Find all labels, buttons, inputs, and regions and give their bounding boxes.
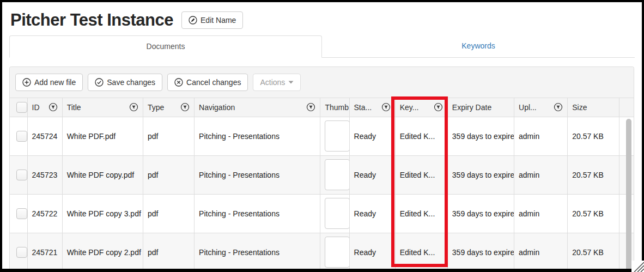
cell-id: 245722 [27, 194, 62, 233]
filter-icon[interactable] [554, 102, 563, 112]
cell-navigation: Pitching - Presentations [195, 194, 320, 233]
header-navigation-label: Navigation [199, 103, 235, 112]
cell-uploader: admin [514, 155, 568, 194]
cell-title: White PDF.pdf [62, 117, 143, 155]
cell-expiry: 359 days to expire [447, 233, 514, 269]
cell-id: 245721 [27, 233, 62, 269]
cell-size: 20.57 KB [568, 194, 619, 233]
header-keywords-label: Key... [400, 103, 419, 112]
row-checkbox[interactable] [16, 170, 27, 180]
header-id: ID [27, 98, 62, 117]
header-thumb-label: Thumb [325, 103, 349, 112]
select-all-checkbox[interactable] [16, 102, 27, 113]
pdf-thumbnail [325, 120, 349, 152]
actions-label: Actions [260, 78, 285, 87]
cell-title: White PDF copy.pdf [62, 155, 143, 194]
cell-expiry: 359 days to expire [447, 117, 514, 155]
header-title-label: Title [67, 103, 81, 112]
pdf-thumbnail [325, 198, 349, 229]
cell-status: Ready [349, 155, 395, 194]
cell-expiry: 359 days to expire [447, 155, 514, 194]
cell-type: pdf [143, 194, 194, 233]
edit-name-label: Edit Name [201, 16, 236, 25]
cell-select [10, 155, 27, 194]
row-checkbox[interactable] [16, 131, 27, 142]
filter-icon[interactable] [48, 102, 58, 112]
header-size: Size [568, 98, 619, 117]
app-canvas: Pitcher Test Instance Edit Name Document… [2, 2, 642, 269]
cell-thumb [320, 194, 349, 233]
cell-status: Ready [349, 117, 395, 155]
save-changes-label: Save changes [107, 78, 155, 87]
filter-icon[interactable] [180, 102, 190, 112]
x-circle-icon [174, 78, 183, 87]
header-thumb: Thumb [320, 98, 349, 117]
header-id-label: ID [32, 103, 40, 112]
table-row: 245721 White PDF copy 2.pdf pdf Pitching… [10, 233, 634, 269]
actions-dropdown-button[interactable]: Actions [253, 74, 301, 91]
header-title: Title [62, 98, 143, 117]
cell-uploader: admin [514, 194, 568, 233]
cell-uploader: admin [514, 117, 568, 155]
check-circle-icon [95, 78, 104, 87]
cell-size: 20.57 KB [568, 233, 619, 269]
cell-navigation: Pitching - Presentations [195, 233, 320, 269]
cell-thumb [320, 233, 349, 269]
cell-type: pdf [143, 233, 194, 269]
cell-keywords: Edited K... [395, 233, 447, 269]
header-row: ID Title Type [10, 98, 634, 117]
pdf-thumbnail [325, 159, 349, 190]
header-status: Sta... [349, 98, 395, 117]
documents-panel: Add new file Save changes [9, 67, 634, 269]
cell-uploader: admin [514, 233, 568, 269]
cell-status: Ready [349, 194, 395, 233]
header-expiry-date: Expiry Date [447, 98, 514, 117]
row-checkbox[interactable] [16, 247, 27, 258]
add-new-file-label: Add new file [34, 78, 76, 87]
cell-select [10, 233, 27, 269]
tab-documents[interactable]: Documents [9, 35, 322, 58]
add-new-file-button[interactable]: Add new file [15, 74, 83, 91]
vertical-scrollbar[interactable] [626, 119, 631, 269]
tab-keywords[interactable]: Keywords [322, 35, 635, 57]
tab-keywords-label: Keywords [461, 41, 495, 50]
cell-id: 245724 [27, 117, 62, 155]
page-title: Pitcher Test Instance [10, 10, 173, 30]
filter-icon[interactable] [381, 102, 391, 112]
save-changes-button[interactable]: Save changes [88, 74, 162, 91]
resize-grip-icon[interactable] [631, 261, 644, 272]
pencil-circle-icon [189, 16, 197, 25]
row-checkbox[interactable] [16, 208, 27, 219]
header-expiry-date-label: Expiry Date [452, 103, 491, 112]
filter-icon[interactable] [306, 102, 315, 112]
tab-documents-label: Documents [147, 42, 185, 51]
table-row: 245723 White PDF copy.pdf pdf Pitching -… [10, 155, 634, 194]
cell-navigation: Pitching - Presentations [195, 117, 320, 155]
cell-size: 20.57 KB [568, 117, 619, 155]
header-status-label: Sta... [354, 103, 372, 112]
window-frame: Pitcher Test Instance Edit Name Document… [0, 0, 644, 272]
caret-down-icon [288, 81, 294, 84]
header-select-all [10, 98, 27, 117]
cancel-changes-button[interactable]: Cancel changes [167, 74, 248, 91]
cell-status: Ready [349, 233, 395, 269]
header-uploader: Upl... [514, 98, 568, 117]
header-type-label: Type [148, 103, 164, 112]
edit-name-button[interactable]: Edit Name [181, 11, 243, 29]
header-size-label: Size [572, 103, 587, 112]
filter-icon[interactable] [434, 102, 443, 112]
cell-size: 20.57 KB [568, 155, 619, 194]
plus-circle-icon [22, 78, 31, 87]
header-navigation: Navigation [195, 98, 320, 117]
filter-icon[interactable] [129, 102, 138, 112]
pdf-thumbnail [325, 237, 349, 268]
table-row: 245722 White PDF copy 3.pdf pdf Pitching… [10, 194, 634, 233]
page-header: Pitcher Test Instance Edit Name [10, 10, 635, 30]
cell-keywords: Edited K... [395, 155, 447, 194]
header-uploader-label: Upl... [519, 103, 537, 112]
tab-bar: Documents Keywords [9, 35, 635, 58]
cell-type: pdf [143, 117, 194, 155]
cell-select [10, 117, 27, 155]
header-keywords: Key... [395, 98, 447, 117]
cell-thumb [320, 155, 349, 194]
